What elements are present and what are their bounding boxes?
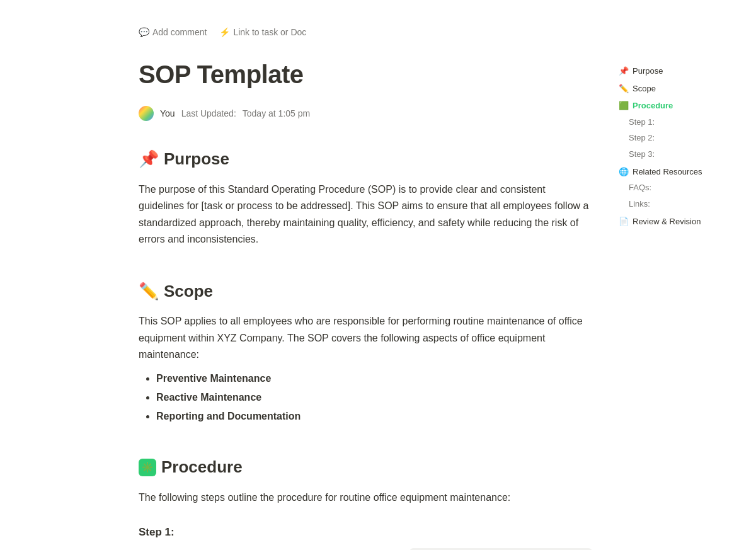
scope-text: This SOP applies to all employees who ar…: [139, 313, 592, 363]
avatar: [139, 106, 154, 121]
purpose-text: The purpose of this Standard Operating P…: [139, 181, 592, 248]
sidebar-related-resources-group: 🌐 Related Resources FAQs: Links:: [615, 164, 746, 212]
scope-bullet-1: Preventive Maintenance: [156, 370, 592, 387]
sidebar-procedure-label: Procedure: [633, 100, 673, 112]
procedure-emoji: ✳️: [139, 459, 156, 476]
scope-section: ✏️ Scope This SOP applies to all employe…: [139, 278, 592, 425]
sidebar-item-scope[interactable]: ✏️ Scope: [615, 81, 746, 97]
sidebar-review-label: Review & Revision: [633, 215, 701, 228]
procedure-intro-text: The following steps outline the procedur…: [139, 490, 592, 506]
scope-heading: ✏️ Scope: [139, 278, 592, 305]
page-title: SOP Template: [139, 54, 592, 95]
page-layout: 💬 Add comment ⚡ Link to task or Doc SOP …: [0, 0, 756, 550]
link-icon: ⚡: [219, 25, 230, 39]
purpose-heading: 📌 Purpose: [139, 146, 592, 173]
link-label: Link to task or Doc: [233, 25, 306, 39]
sidebar-purpose-label: Purpose: [633, 65, 663, 77]
sidebar-faqs[interactable]: FAQs:: [615, 180, 746, 196]
sidebar-scope-emoji: ✏️: [619, 83, 629, 95]
sidebar-procedure-emoji: 🟩: [619, 100, 629, 112]
sidebar-step1[interactable]: Step 1:: [615, 115, 746, 130]
sidebar-review-emoji: 📄: [619, 215, 629, 228]
link-button[interactable]: ⚡ Link to task or Doc: [219, 25, 306, 39]
timestamp: Today at 1:05 pm: [243, 106, 310, 120]
sidebar-procedure-group: 🟩 Procedure Step 1: Step 2: Step 3:: [615, 98, 746, 163]
toolbar: 💬 Add comment ⚡ Link to task or Doc: [139, 25, 592, 39]
sidebar-purpose-emoji: 📌: [619, 65, 629, 77]
sidebar-links[interactable]: Links:: [615, 197, 746, 212]
scope-bullet-2: Reactive Maintenance: [156, 389, 592, 406]
sidebar-step3[interactable]: Step 3:: [615, 147, 746, 163]
sidebar-item-purpose[interactable]: 📌 Purpose: [615, 63, 746, 79]
sidebar-item-review[interactable]: 📄 Review & Revision: [615, 214, 746, 230]
sidebar-related-emoji: 🌐: [619, 166, 629, 178]
purpose-emoji: 📌: [139, 146, 159, 173]
sidebar-scope-item: ✏️ Scope: [615, 81, 746, 97]
sidebar-item-related-resources[interactable]: 🌐 Related Resources: [615, 164, 746, 180]
scope-bullet-list: Preventive Maintenance Reactive Maintena…: [139, 370, 592, 424]
sidebar-step2[interactable]: Step 2:: [615, 130, 746, 146]
sidebar-item-procedure[interactable]: 🟩 Procedure: [615, 98, 746, 114]
add-comment-label: Add comment: [152, 25, 207, 39]
purpose-section: 📌 Purpose The purpose of this Standard O…: [139, 146, 592, 248]
sidebar-review-item: 📄 Review & Revision: [615, 214, 746, 230]
sidebar-purpose-item: 📌 Purpose: [615, 63, 746, 79]
meta-row: You Last Updated: Today at 1:05 pm: [139, 106, 592, 121]
scope-emoji: ✏️: [139, 278, 159, 305]
sidebar-related-label: Related Resources: [633, 166, 702, 178]
scope-bullet-3: Reporting and Documentation: [156, 408, 592, 425]
procedure-section: ✳️ Procedure The following steps outline…: [139, 454, 592, 550]
last-updated-label: Last Updated:: [181, 106, 236, 120]
sidebar: 📌 Purpose ✏️ Scope 🟩 Procedure Step 1: S…: [605, 0, 756, 550]
main-content: 💬 Add comment ⚡ Link to task or Doc SOP …: [0, 0, 630, 550]
comment-icon: 💬: [139, 25, 149, 39]
author-name: You: [160, 106, 175, 120]
step1-container: Step 1: Log into the digital maintenance…: [139, 524, 592, 550]
add-comment-button[interactable]: 💬 Add comment: [139, 25, 207, 39]
step1-heading: Step 1:: [139, 524, 592, 541]
procedure-heading: ✳️ Procedure: [139, 454, 592, 481]
sidebar-scope-label: Scope: [633, 83, 656, 95]
